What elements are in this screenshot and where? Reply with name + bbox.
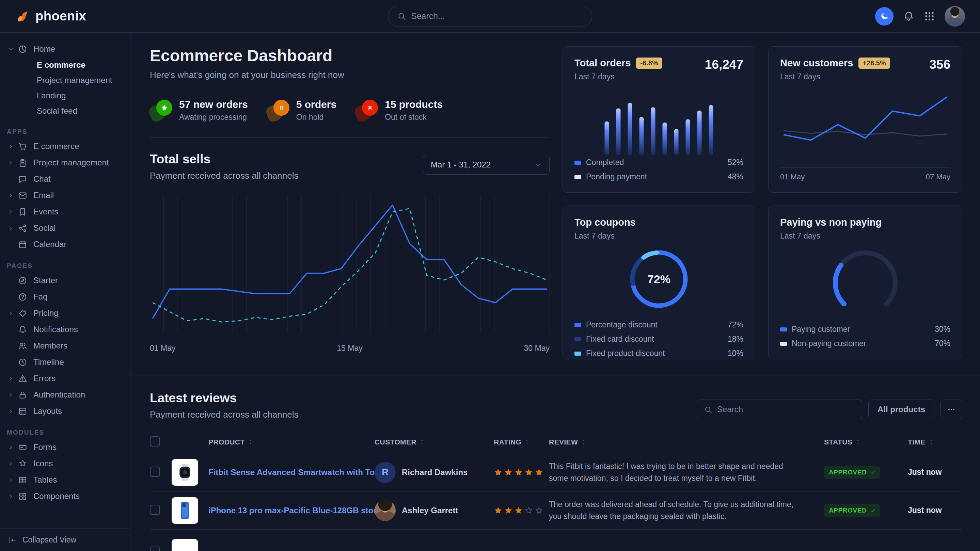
quick-stats: 57 new orders Awating processing 5 order… [150,99,550,122]
sidebar-item-faq[interactable]: Faq [0,289,130,305]
column-header-product[interactable]: PRODUCT [208,438,375,446]
star-filled-icon [514,468,523,477]
sidebar-item-e-commerce[interactable]: E commerce [0,138,130,154]
sidebar-item-events[interactable]: Events [0,203,130,220]
card-period: Last 7 days [780,72,890,81]
sidebar-item-email[interactable]: Email [0,187,130,203]
sidebar-item-calendar[interactable]: Calendar [0,236,130,252]
reviews-table-header: PRODUCT CUSTOMER RATING REVIEW STATUS TI… [150,431,962,453]
sidebar-item-pricing[interactable]: Pricing [0,305,130,321]
caret-spacer [6,358,15,367]
caret-right-icon [6,492,15,501]
table-row [150,530,962,551]
customer-name: Richard Dawkins [402,468,468,477]
sidebar-item-components[interactable]: Components [0,488,130,504]
chat-icon [17,173,28,184]
status-badge: APPROVED [824,466,880,479]
card-value: 356 [929,57,950,72]
sidebar-item-authentication[interactable]: Authentication [0,387,130,403]
column-header-rating[interactable]: RATING [494,438,549,446]
search-icon [397,11,406,21]
table-icon [17,475,28,485]
column-header-review[interactable]: REVIEW [549,438,824,446]
brand-logo[interactable]: phoenix [15,8,86,24]
caret-right-icon [6,407,15,416]
star-filled-icon [524,468,533,477]
users-icon [17,340,28,351]
card-period: Last 7 days [780,232,950,241]
sidebar-subitem-landing[interactable]: Landing [0,88,130,103]
caret-spacer [6,276,15,285]
product-link[interactable]: Fitbit Sense Advanced Smartwatch with To… [208,468,375,477]
apps-grid-button[interactable] [924,11,935,22]
date-range-select[interactable]: Mar 1 - 31, 2022 [423,155,550,175]
sidebar-item-starter[interactable]: Starter [0,272,130,289]
sidebar-item-forms[interactable]: Forms [0,439,130,456]
donut-center-value: 72% [627,247,691,311]
card-value: 16,247 [705,57,743,72]
theme-toggle-button[interactable] [875,7,894,25]
check-icon [870,470,875,475]
legend-item: Percentage discount 72% [574,320,743,329]
sidebar-item-tables[interactable]: Tables [0,472,130,488]
reviews-search[interactable] [697,400,862,419]
sidebar-subitem-social-feed[interactable]: Social feed [0,103,130,118]
sort-icon [248,439,253,445]
calendar-icon [17,239,28,250]
all-products-button[interactable]: All products [868,400,934,419]
latest-reviews-section: Latest reviews Payment received across a… [150,391,962,551]
grid-icon [924,11,935,22]
review-text: This Fitbit is fantastic! I was trying t… [549,454,824,491]
sidebar-subitem-project-management[interactable]: Project management [0,73,130,88]
column-header-status[interactable]: STATUS [824,438,908,446]
select-all-checkbox[interactable] [150,436,160,446]
row-checkbox[interactable] [150,467,160,477]
sidebar-item-errors[interactable]: Errors [0,370,130,387]
product-link[interactable]: iPhone 13 pro max-Pacific Blue-128GB sto… [208,506,375,515]
sidebar-item-layouts[interactable]: Layouts [0,403,130,419]
review-time: Just now [908,506,962,515]
stat-new-orders: 57 new orders Awating processing [150,99,248,122]
legend-item: Pending payment 48% [574,172,743,181]
table-row: Fitbit Sense Advanced Smartwatch with To… [150,453,962,491]
paying-chart [826,246,904,310]
sidebar-item-social[interactable]: Social [0,220,130,236]
trend-badge: +26.5% [858,57,890,69]
sidebar-item-chat[interactable]: Chat [0,171,130,187]
notifications-button[interactable] [903,11,914,22]
star-filled-icon [504,468,513,477]
sort-icon [581,439,586,445]
legend-item: Paying customer 30% [780,325,950,334]
legend-item: Fixed product discount 10% [574,349,743,358]
reviews-title: Latest reviews [150,391,298,405]
star-filled-icon [504,506,513,515]
column-header-time[interactable]: TIME [908,438,962,446]
row-checkbox[interactable] [150,546,160,551]
sidebar-item-icons[interactable]: Icons [0,456,130,472]
sidebar-item-project-management[interactable]: Project management [0,154,130,171]
sidebar-subitem-e-commerce[interactable]: E commerce [0,57,130,73]
tag-icon [17,308,28,319]
column-header-customer[interactable]: CUSTOMER [375,438,494,446]
shapes-icon [17,458,28,469]
reviews-search-input[interactable] [717,405,855,414]
sidebar-item-members[interactable]: Members [0,338,130,354]
x-axis-label: 15 May [337,344,362,353]
collapse-view-button[interactable]: Collapsed View [0,529,130,551]
global-search[interactable] [388,6,592,27]
star-filled-icon [494,506,503,515]
sidebar-item-notifications[interactable]: Notifications [0,321,130,338]
global-search-input[interactable] [411,11,583,21]
clock-icon [17,357,28,368]
sidebar-item-timeline[interactable]: Timeline [0,354,130,370]
lock-icon [17,389,28,400]
legend-item: Fixed card discount 18% [574,335,743,344]
table-options-button[interactable] [940,400,962,419]
sidebar-item-home[interactable]: Home [0,41,130,57]
rating-stars [494,506,549,515]
sidebar-section-pages: PAGES [0,262,130,270]
caret-right-icon [6,443,15,452]
caret-right-icon [6,459,15,468]
row-checkbox[interactable] [150,505,160,515]
user-avatar[interactable] [945,6,965,27]
